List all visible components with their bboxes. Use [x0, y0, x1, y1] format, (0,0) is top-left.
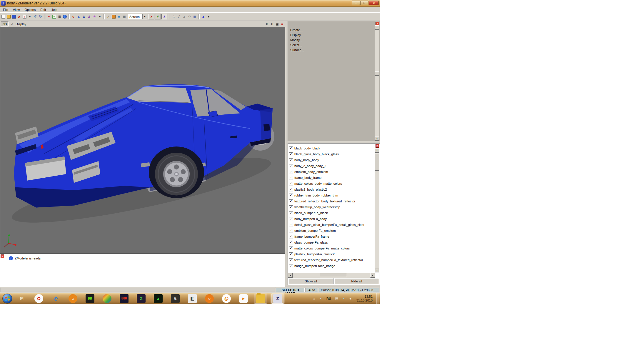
maximize-view-icon[interactable]: ■ [280, 22, 284, 26]
material-label[interactable]: textured_reflector_body_textured_reflect… [294, 199, 355, 203]
viewport-mode-button[interactable]: 3D [1, 21, 9, 26]
close-button[interactable]: × [369, 1, 379, 5]
material-label[interactable]: emblem_bumperFa_emblem [294, 229, 336, 232]
material-label[interactable]: frame_bumperFa_frame [294, 235, 329, 238]
materials-hscrollbar[interactable]: ◄ ► [288, 273, 375, 278]
new-file-icon[interactable] [1, 14, 6, 19]
taskbar-orange-ring-app[interactable]: ○ [66, 294, 79, 304]
cone-tool-icon[interactable]: ▲ [201, 14, 206, 19]
taskbar-graphics-editor[interactable]: ◧ [186, 294, 199, 304]
taskbar-media-player[interactable]: ► [237, 294, 250, 304]
taskbar-clock[interactable]: 13:51 31.10.2010 [355, 295, 374, 302]
material-checkbox[interactable]: ✓ [289, 252, 293, 256]
material-label[interactable]: detail_glass_clear_bumperFa_detail_glass… [294, 223, 364, 227]
material-checkbox[interactable]: ✓ [289, 164, 293, 168]
show-all-button[interactable]: Show all [288, 278, 333, 284]
prism-icon[interactable]: ◆ [116, 14, 121, 19]
vertices-mode-icon[interactable]: ∴ [171, 14, 176, 19]
grid-icon[interactable]: ⊞ [57, 14, 62, 19]
taskbar-opera[interactable]: O [32, 294, 45, 304]
mesh-icon[interactable]: ▦ [122, 14, 127, 19]
material-checkbox[interactable]: ✓ [289, 152, 293, 156]
command-item[interactable]: Display... [290, 33, 380, 38]
taskbar-internet-explorer[interactable]: e [49, 294, 62, 304]
file-menu-arrow-icon[interactable]: ▾ [27, 14, 32, 19]
material-label[interactable]: body_body_body [294, 158, 319, 162]
language-indicator[interactable]: RU [325, 296, 332, 301]
material-checkbox[interactable]: ✓ [289, 211, 293, 215]
material-label[interactable]: plastic2_body_plastic2 [294, 188, 327, 191]
material-label[interactable]: textured_reflector_bumperFa_textured_ref… [294, 258, 363, 262]
taskbar-winamp[interactable]: ○ [203, 294, 216, 304]
uv-mode-icon[interactable]: ▦ [192, 14, 197, 19]
material-checkbox[interactable]: ✓ [289, 170, 293, 174]
scroll-right-icon[interactable]: ► [370, 273, 375, 278]
scroll-down-icon[interactable]: ▼ [375, 268, 379, 272]
edges-mode-icon[interactable]: ∕ [176, 14, 181, 19]
material-checkbox[interactable]: ✓ [289, 235, 293, 239]
axis-y-button[interactable]: Y [155, 14, 161, 19]
material-label[interactable]: black_bumperFa_black [294, 211, 328, 215]
tray-volume-icon[interactable]: ◄ [348, 296, 353, 301]
material-checkbox[interactable]: ✓ [289, 258, 293, 262]
commands-scrollbar[interactable]: ▲ ▼ [375, 25, 379, 141]
menu-item-help[interactable]: Help [48, 7, 60, 12]
burst-icon[interactable]: ★ [92, 14, 97, 19]
open-folder-icon[interactable] [6, 14, 11, 19]
axis-z-button[interactable]: Z [161, 14, 167, 19]
material-checkbox[interactable]: ✓ [289, 217, 293, 221]
material-checkbox[interactable]: ✓ [289, 205, 293, 209]
material-checkbox[interactable]: ✓ [289, 182, 293, 186]
taskbar-pixel-888[interactable]: 888 [118, 294, 131, 304]
material-checkbox[interactable]: ✓ [289, 176, 293, 180]
taskbar-launcher-grid[interactable]: ⊞ [15, 294, 28, 304]
material-checkbox[interactable]: ✓ [289, 158, 293, 162]
hscroll-track[interactable] [293, 273, 370, 278]
scroll-up-icon[interactable]: ▲ [375, 148, 379, 153]
scrollbar-thumb[interactable] [375, 154, 379, 171]
minimize-button[interactable]: ─ [352, 1, 360, 5]
measure-icon[interactable]: ∕ [106, 14, 111, 19]
scroll-up-icon[interactable]: ▲ [375, 25, 379, 30]
show-desktop-button[interactable] [376, 293, 379, 304]
material-label[interactable]: emblem_body_emblem [294, 170, 328, 174]
box-icon[interactable] [111, 14, 116, 19]
person-alt-icon[interactable]: ♙ [87, 14, 92, 19]
taskbar-knight-game[interactable]: ♞ [169, 294, 182, 304]
maximize-button[interactable]: □ [360, 1, 368, 5]
material-label[interactable]: weatherstrip_body_weatherstrip [294, 205, 340, 209]
menu-item-view[interactable]: View [11, 7, 22, 12]
menu-item-options[interactable]: Options [22, 7, 38, 12]
hidden-icons-chevron[interactable]: ▴ [312, 296, 316, 301]
view-menu-arrow-icon[interactable]: ▾ [206, 14, 211, 19]
zoom-out-icon[interactable]: ⊖ [270, 22, 274, 26]
taskbar-mail-agent[interactable]: @ [220, 294, 233, 304]
objects-mode-icon[interactable]: ◇ [187, 14, 192, 19]
save-icon[interactable] [11, 14, 16, 19]
material-checkbox[interactable]: ✓ [289, 146, 293, 150]
command-item[interactable]: Modify... [290, 38, 380, 43]
material-checkbox[interactable]: ✓ [289, 264, 293, 268]
undo-icon[interactable]: ↺ [33, 14, 38, 19]
taskbar-paint-palette[interactable] [101, 294, 114, 304]
tray-keyboard-icon[interactable]: ▤ [334, 296, 339, 301]
command-item[interactable]: Surface... [290, 48, 380, 53]
scroll-left-icon[interactable]: ◄ [288, 273, 293, 278]
statusbar-auto[interactable]: Auto [306, 288, 318, 292]
command-item[interactable]: Select... [290, 43, 380, 48]
material-checkbox[interactable]: ✓ [289, 188, 293, 192]
zoom-in-icon[interactable]: ⊕ [265, 22, 269, 26]
hscrollbar-thumb[interactable] [320, 273, 347, 277]
material-label[interactable]: body_2_body_body_2 [294, 164, 326, 168]
material-checkbox[interactable]: ✓ [289, 194, 293, 197]
close-icon[interactable]: × [376, 144, 379, 148]
start-button[interactable] [2, 294, 12, 304]
taskbar-z-utility[interactable]: Z [135, 294, 148, 304]
redo-icon[interactable]: ↻ [38, 14, 43, 19]
taskbar-messenger-99[interactable]: 99 [84, 294, 96, 304]
script-icon[interactable]: ≡ [52, 14, 57, 19]
material-label[interactable]: glass_bumperFa_glass [294, 241, 328, 244]
chevron-down-icon[interactable]: ▼ [142, 14, 147, 19]
taskbar-green-game[interactable]: ▲ [152, 294, 165, 304]
import-export-icon[interactable]: ↑ [22, 14, 27, 19]
